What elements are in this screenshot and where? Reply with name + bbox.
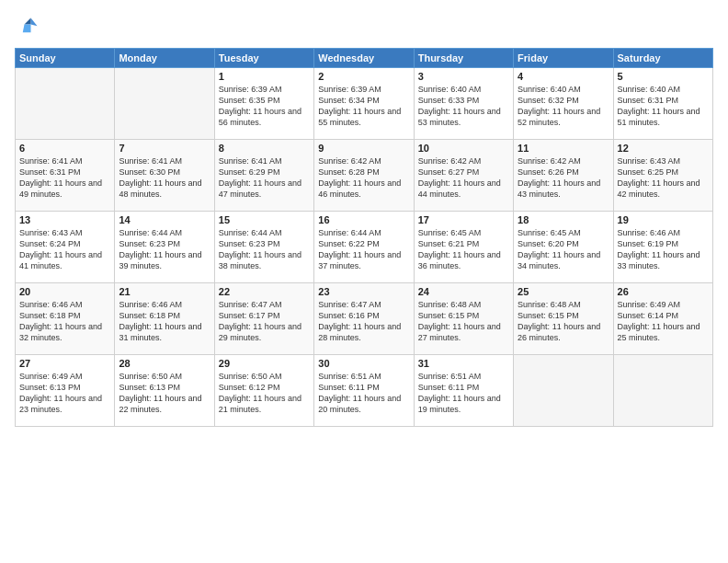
- calendar-cell: 25Sunrise: 6:48 AM Sunset: 6:15 PM Dayli…: [514, 283, 613, 355]
- calendar-cell: 5Sunrise: 6:40 AM Sunset: 6:31 PM Daylig…: [613, 68, 712, 140]
- day-number: 29: [219, 358, 310, 369]
- day-number: 11: [518, 143, 609, 154]
- day-info: Sunrise: 6:40 AM Sunset: 6:32 PM Dayligh…: [518, 84, 609, 129]
- day-number: 28: [119, 358, 210, 369]
- day-number: 17: [418, 214, 509, 225]
- calendar-cell: 19Sunrise: 6:46 AM Sunset: 6:19 PM Dayli…: [613, 212, 712, 283]
- day-number: 16: [318, 214, 409, 225]
- day-info: Sunrise: 6:44 AM Sunset: 6:22 PM Dayligh…: [318, 227, 409, 272]
- calendar-cell: 4Sunrise: 6:40 AM Sunset: 6:32 PM Daylig…: [514, 68, 613, 140]
- logo: [15, 11, 44, 40]
- calendar-cell: 14Sunrise: 6:44 AM Sunset: 6:23 PM Dayli…: [115, 212, 214, 283]
- day-number: 30: [318, 358, 409, 369]
- day-number: 24: [418, 286, 509, 297]
- calendar-cell: 18Sunrise: 6:45 AM Sunset: 6:20 PM Dayli…: [514, 212, 613, 283]
- day-info: Sunrise: 6:41 AM Sunset: 6:29 PM Dayligh…: [219, 155, 310, 201]
- calendar-cell: 12Sunrise: 6:43 AM Sunset: 6:25 PM Dayli…: [613, 140, 712, 212]
- day-info: Sunrise: 6:42 AM Sunset: 6:27 PM Dayligh…: [418, 155, 509, 201]
- calendar-cell: 27Sunrise: 6:49 AM Sunset: 6:13 PM Dayli…: [16, 355, 115, 427]
- day-info: Sunrise: 6:47 AM Sunset: 6:17 PM Dayligh…: [219, 299, 310, 344]
- day-info: Sunrise: 6:43 AM Sunset: 6:25 PM Dayligh…: [618, 155, 709, 201]
- calendar-cell: [16, 68, 115, 140]
- day-number: 10: [418, 143, 509, 154]
- day-info: Sunrise: 6:46 AM Sunset: 6:18 PM Dayligh…: [19, 299, 110, 344]
- day-number: 4: [518, 71, 609, 82]
- day-info: Sunrise: 6:40 AM Sunset: 6:33 PM Dayligh…: [418, 84, 509, 129]
- day-number: 13: [19, 214, 110, 225]
- calendar-cell: 29Sunrise: 6:50 AM Sunset: 6:12 PM Dayli…: [214, 355, 313, 427]
- calendar-cell: 17Sunrise: 6:45 AM Sunset: 6:21 PM Dayli…: [414, 212, 513, 283]
- calendar-cell: 30Sunrise: 6:51 AM Sunset: 6:11 PM Dayli…: [314, 355, 414, 427]
- day-number: 6: [19, 143, 110, 154]
- day-info: Sunrise: 6:43 AM Sunset: 6:24 PM Dayligh…: [19, 227, 110, 272]
- day-info: Sunrise: 6:45 AM Sunset: 6:21 PM Dayligh…: [418, 227, 509, 272]
- day-number: 1: [219, 71, 310, 82]
- day-header-sunday: Sunday: [16, 49, 115, 68]
- day-number: 9: [318, 143, 409, 154]
- day-header-saturday: Saturday: [613, 49, 712, 68]
- calendar-cell: 7Sunrise: 6:41 AM Sunset: 6:30 PM Daylig…: [115, 140, 214, 212]
- calendar-cell: 16Sunrise: 6:44 AM Sunset: 6:22 PM Dayli…: [314, 212, 414, 283]
- day-info: Sunrise: 6:41 AM Sunset: 6:30 PM Dayligh…: [119, 155, 210, 201]
- day-info: Sunrise: 6:47 AM Sunset: 6:16 PM Dayligh…: [318, 299, 409, 344]
- calendar-cell: 23Sunrise: 6:47 AM Sunset: 6:16 PM Dayli…: [314, 283, 414, 355]
- calendar-week-4: 20Sunrise: 6:46 AM Sunset: 6:18 PM Dayli…: [16, 283, 713, 355]
- calendar-week-1: 1Sunrise: 6:39 AM Sunset: 6:35 PM Daylig…: [16, 68, 713, 140]
- calendar-week-2: 6Sunrise: 6:41 AM Sunset: 6:31 PM Daylig…: [16, 140, 713, 212]
- day-header-monday: Monday: [115, 49, 214, 68]
- calendar-cell: [115, 68, 214, 140]
- calendar-cell: [514, 355, 613, 427]
- day-info: Sunrise: 6:39 AM Sunset: 6:34 PM Dayligh…: [318, 84, 409, 129]
- calendar-cell: 1Sunrise: 6:39 AM Sunset: 6:35 PM Daylig…: [214, 68, 313, 140]
- page: SundayMondayTuesdayWednesdayThursdayFrid…: [0, 0, 728, 563]
- day-number: 26: [618, 286, 709, 297]
- day-number: 12: [618, 143, 709, 154]
- day-info: Sunrise: 6:39 AM Sunset: 6:35 PM Dayligh…: [219, 84, 310, 129]
- day-number: 21: [119, 286, 210, 297]
- day-number: 15: [219, 214, 310, 225]
- day-header-thursday: Thursday: [414, 49, 513, 68]
- calendar-cell: 22Sunrise: 6:47 AM Sunset: 6:17 PM Dayli…: [214, 283, 313, 355]
- day-number: 2: [318, 71, 409, 82]
- calendar-header-row: SundayMondayTuesdayWednesdayThursdayFrid…: [16, 49, 713, 68]
- day-info: Sunrise: 6:41 AM Sunset: 6:31 PM Dayligh…: [19, 155, 110, 201]
- calendar-cell: 21Sunrise: 6:46 AM Sunset: 6:18 PM Dayli…: [115, 283, 214, 355]
- calendar-cell: 15Sunrise: 6:44 AM Sunset: 6:23 PM Dayli…: [214, 212, 313, 283]
- day-number: 22: [219, 286, 310, 297]
- calendar-cell: 31Sunrise: 6:51 AM Sunset: 6:11 PM Dayli…: [414, 355, 513, 427]
- day-number: 7: [119, 143, 210, 154]
- logo-icon: [15, 15, 40, 40]
- day-number: 27: [19, 358, 110, 369]
- day-header-wednesday: Wednesday: [314, 49, 414, 68]
- calendar-cell: 24Sunrise: 6:48 AM Sunset: 6:15 PM Dayli…: [414, 283, 513, 355]
- day-number: 8: [219, 143, 310, 154]
- day-info: Sunrise: 6:46 AM Sunset: 6:18 PM Dayligh…: [119, 299, 210, 344]
- calendar-table: SundayMondayTuesdayWednesdayThursdayFrid…: [15, 48, 713, 427]
- day-info: Sunrise: 6:44 AM Sunset: 6:23 PM Dayligh…: [219, 227, 310, 272]
- calendar-week-5: 27Sunrise: 6:49 AM Sunset: 6:13 PM Dayli…: [16, 355, 713, 427]
- calendar-cell: 26Sunrise: 6:49 AM Sunset: 6:14 PM Dayli…: [613, 283, 712, 355]
- day-info: Sunrise: 6:45 AM Sunset: 6:20 PM Dayligh…: [518, 227, 609, 272]
- calendar-cell: [613, 355, 712, 427]
- calendar-cell: 2Sunrise: 6:39 AM Sunset: 6:34 PM Daylig…: [314, 68, 414, 140]
- calendar-cell: 20Sunrise: 6:46 AM Sunset: 6:18 PM Dayli…: [16, 283, 115, 355]
- day-header-tuesday: Tuesday: [214, 49, 313, 68]
- day-info: Sunrise: 6:42 AM Sunset: 6:26 PM Dayligh…: [518, 155, 609, 201]
- day-info: Sunrise: 6:44 AM Sunset: 6:23 PM Dayligh…: [119, 227, 210, 272]
- day-info: Sunrise: 6:46 AM Sunset: 6:19 PM Dayligh…: [618, 227, 709, 272]
- day-number: 3: [418, 71, 509, 82]
- day-info: Sunrise: 6:50 AM Sunset: 6:12 PM Dayligh…: [219, 371, 310, 416]
- calendar-cell: 6Sunrise: 6:41 AM Sunset: 6:31 PM Daylig…: [16, 140, 115, 212]
- day-number: 20: [19, 286, 110, 297]
- header: [15, 11, 713, 40]
- calendar-cell: 10Sunrise: 6:42 AM Sunset: 6:27 PM Dayli…: [414, 140, 513, 212]
- day-number: 23: [318, 286, 409, 297]
- day-info: Sunrise: 6:48 AM Sunset: 6:15 PM Dayligh…: [518, 299, 609, 344]
- calendar-cell: 9Sunrise: 6:42 AM Sunset: 6:28 PM Daylig…: [314, 140, 414, 212]
- calendar-cell: 11Sunrise: 6:42 AM Sunset: 6:26 PM Dayli…: [514, 140, 613, 212]
- calendar-cell: 8Sunrise: 6:41 AM Sunset: 6:29 PM Daylig…: [214, 140, 313, 212]
- day-number: 25: [518, 286, 609, 297]
- calendar-cell: 28Sunrise: 6:50 AM Sunset: 6:13 PM Dayli…: [115, 355, 214, 427]
- day-info: Sunrise: 6:48 AM Sunset: 6:15 PM Dayligh…: [418, 299, 509, 344]
- calendar-week-3: 13Sunrise: 6:43 AM Sunset: 6:24 PM Dayli…: [16, 212, 713, 283]
